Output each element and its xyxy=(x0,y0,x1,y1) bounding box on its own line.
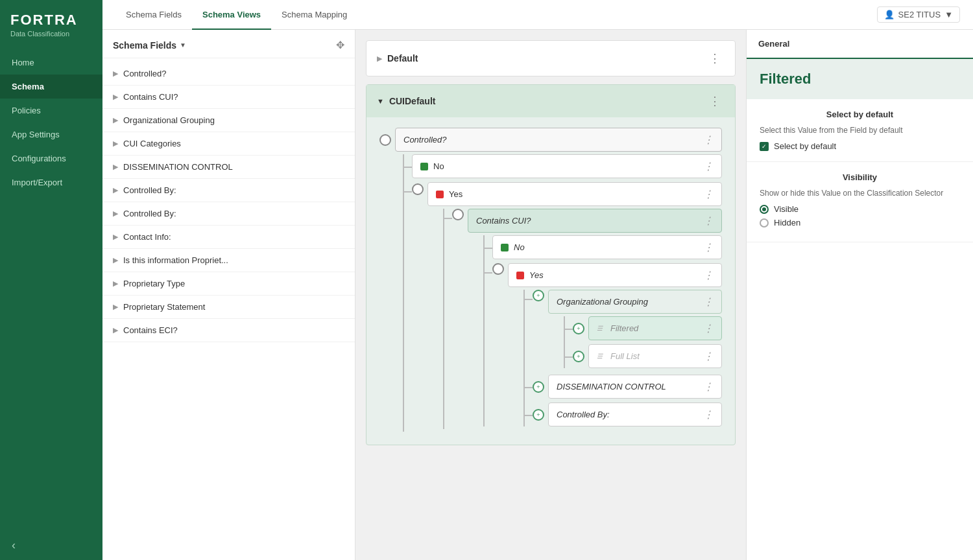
controlled-node[interactable]: Controlled? ⋮ xyxy=(395,128,722,152)
contains-cui-branch: Contains CUI? ⋮ xyxy=(452,209,722,429)
tab-schema-views[interactable]: Schema Views xyxy=(192,1,271,30)
hidden-radio[interactable] xyxy=(760,218,769,228)
full-list-node[interactable]: ☰ Full List ⋮ xyxy=(588,344,722,368)
yes-circle[interactable] xyxy=(412,183,424,195)
list-item-proprietary-statement[interactable]: ▶ Proprietary Statement xyxy=(102,296,355,319)
yes-node[interactable]: Yes ⋮ xyxy=(427,182,722,206)
cui-yes-node[interactable]: Yes ⋮ xyxy=(508,263,722,287)
no-node[interactable]: No ⋮ xyxy=(412,154,722,178)
filtered-node[interactable]: ☰ Filtered ⋮ xyxy=(588,316,722,340)
org-node[interactable]: Organizational Grouping ⋮ xyxy=(548,290,722,314)
full-list-label: Full List xyxy=(610,351,640,361)
controlled-circle[interactable] xyxy=(379,134,391,146)
list-item-controlled[interactable]: ▶ Controlled? xyxy=(102,62,355,86)
cui-no-label: No xyxy=(514,242,525,252)
controlled-menu[interactable]: ⋮ xyxy=(703,134,714,146)
visibility-hidden-row: Hidden xyxy=(760,218,960,228)
yes-dot-red xyxy=(436,191,444,198)
list-item-controlled-by-1[interactable]: ▶ Controlled By: xyxy=(102,179,355,202)
filtered-circle[interactable]: + xyxy=(573,323,584,334)
chevron-icon: ▶ xyxy=(113,209,118,218)
cui-no-node[interactable]: No ⋮ xyxy=(492,235,722,259)
default-section-header[interactable]: ▶ Default ⋮ xyxy=(366,41,735,76)
cui-yes-menu[interactable]: ⋮ xyxy=(703,269,714,281)
yes-label: Yes xyxy=(449,189,698,199)
main-content: Schema Fields Schema Views Schema Mappin… xyxy=(102,0,973,560)
sidebar-item-configurations[interactable]: Configurations xyxy=(0,146,102,170)
cui-yes-row: Yes ⋮ xyxy=(508,263,722,287)
chevron-icon: ▶ xyxy=(113,186,118,194)
contains-cui-circle[interactable] xyxy=(452,209,464,220)
full-list-circle[interactable]: + xyxy=(573,351,584,362)
cui-section-menu[interactable]: ⋮ xyxy=(705,93,725,110)
list-item-controlled-by-2[interactable]: ▶ Controlled By: xyxy=(102,202,355,226)
sidebar-item-import-export[interactable]: Import/Export xyxy=(0,170,102,194)
general-tab-label[interactable]: General xyxy=(758,39,789,49)
yes-subtree: Yes ⋮ xyxy=(427,182,722,432)
user-dropdown-icon: ▼ xyxy=(944,10,953,19)
contains-cui-node[interactable]: Contains CUI? ⋮ xyxy=(468,209,722,233)
sidebar-item-schema[interactable]: Schema xyxy=(0,75,102,99)
filtered-icon: ☰ xyxy=(597,325,603,332)
filtered-title-box: Filtered xyxy=(747,59,973,99)
dissemination-node[interactable]: DISSEMINATION CONTROL ⋮ xyxy=(548,375,722,399)
schema-fields-dropdown-icon[interactable]: ▼ xyxy=(180,41,186,49)
center-panel: ▶ Default ⋮ ▼ CUIDefault ⋮ xyxy=(355,30,746,560)
filtered-branch: + ☰ Filtered ⋮ xyxy=(573,316,722,340)
yes-children: Contains CUI? ⋮ xyxy=(443,209,722,429)
tab-schema-fields[interactable]: Schema Fields xyxy=(115,1,192,30)
controlled-by-menu[interactable]: ⋮ xyxy=(703,408,714,421)
sidebar-collapse-button[interactable]: ‹ xyxy=(0,531,102,560)
cui-section-header[interactable]: ▼ CUIDefault ⋮ xyxy=(366,85,735,117)
logo-text: FORTRA xyxy=(10,12,92,29)
hidden-label: Hidden xyxy=(774,218,800,228)
list-item-org-grouping[interactable]: ▶ Organizational Grouping xyxy=(102,109,355,132)
org-subtree: Organizational Grouping ⋮ xyxy=(548,290,722,371)
dissemination-label: DISSEMINATION CONTROL xyxy=(557,382,666,391)
sidebar-item-app-settings[interactable]: App Settings xyxy=(0,122,102,146)
org-node-row: Organizational Grouping ⋮ xyxy=(548,290,722,314)
org-circle[interactable]: + xyxy=(533,290,544,301)
list-item-is-proprietary[interactable]: ▶ Is this information Propriet... xyxy=(102,249,355,272)
list-item-contact-info[interactable]: ▶ Contact Info: xyxy=(102,226,355,249)
tab-schema-mapping[interactable]: Schema Mapping xyxy=(271,1,357,30)
list-item-cui-categories[interactable]: ▶ CUI Categories xyxy=(102,132,355,156)
controlled-by-circle[interactable]: + xyxy=(533,409,544,421)
contains-cui-menu[interactable]: ⋮ xyxy=(703,215,714,227)
org-label: Organizational Grouping xyxy=(557,297,648,307)
sidebar-item-policies[interactable]: Policies xyxy=(0,99,102,122)
yes-branch: Yes ⋮ xyxy=(412,182,722,432)
logo-subtitle: Data Classification xyxy=(10,30,92,38)
controlled-by-node[interactable]: Controlled By: ⋮ xyxy=(548,402,722,426)
full-list-menu[interactable]: ⋮ xyxy=(703,350,714,362)
sidebar-nav: Home Schema Policies App Settings Config… xyxy=(0,51,102,531)
chevron-icon: ▶ xyxy=(113,256,118,264)
org-menu[interactable]: ⋮ xyxy=(703,296,714,308)
dissemination-circle[interactable]: + xyxy=(533,381,544,393)
cui-yes-label: Yes xyxy=(529,270,544,280)
list-item-contains-cui[interactable]: ▶ Contains CUI? xyxy=(102,86,355,109)
select-by-default-checkbox[interactable]: ✓ xyxy=(760,142,769,151)
visible-radio[interactable] xyxy=(760,205,769,214)
dissemination-menu[interactable]: ⋮ xyxy=(703,380,714,393)
list-item-dissemination-control[interactable]: ▶ DISSEMINATION CONTROL xyxy=(102,156,355,179)
expand-collapse-icon[interactable]: ✥ xyxy=(336,39,344,51)
cui-no-menu[interactable]: ⋮ xyxy=(703,241,714,253)
yes-node-row: Yes ⋮ xyxy=(427,182,722,206)
filtered-menu[interactable]: ⋮ xyxy=(703,322,714,334)
yes-menu[interactable]: ⋮ xyxy=(703,188,714,200)
list-item-contains-eci[interactable]: ▶ Contains ECI? xyxy=(102,319,355,342)
no-menu[interactable]: ⋮ xyxy=(703,160,714,172)
chevron-icon: ▶ xyxy=(113,116,118,124)
select-by-default-block: Select by default Select this Value from… xyxy=(747,99,973,162)
schema-fields-title: Schema Fields ▼ xyxy=(113,40,186,51)
visibility-visible-row: Visible xyxy=(760,204,960,214)
list-item-proprietary-type[interactable]: ▶ Proprietary Type xyxy=(102,272,355,296)
user-menu[interactable]: 👤 SE2 TITUS ▼ xyxy=(877,6,960,23)
cui-yes-circle[interactable] xyxy=(492,263,504,275)
default-section-menu[interactable]: ⋮ xyxy=(705,50,725,67)
full-list-branch: + ☰ Full List ⋮ xyxy=(573,344,722,368)
content-body: Schema Fields ▼ ✥ ▶ Controlled? ▶ Contai… xyxy=(102,30,973,560)
sidebar-item-home[interactable]: Home xyxy=(0,51,102,75)
no-branch-row: No ⋮ xyxy=(412,154,722,178)
